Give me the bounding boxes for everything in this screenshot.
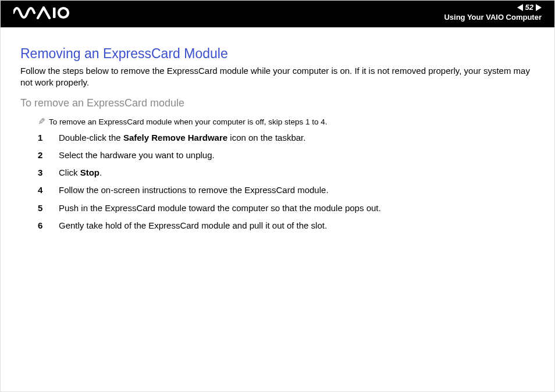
step-text: Gently take hold of the ExpressCard modu… <box>59 220 327 231</box>
section-label: Using Your VAIO Computer <box>444 13 542 22</box>
step-text: Select the hardware you want to unplug. <box>59 149 215 161</box>
page-content: Removing an ExpressCard Module Follow th… <box>1 27 554 247</box>
svg-rect-0 <box>53 8 56 18</box>
next-page-icon[interactable] <box>536 4 542 11</box>
list-item: 6Gently take hold of the ExpressCard mod… <box>20 220 535 231</box>
header-nav: 52 Using Your VAIO Computer <box>444 3 542 22</box>
note-text: To remove an ExpressCard module when you… <box>49 117 327 126</box>
step-number: 5 <box>38 202 59 214</box>
step-number: 4 <box>38 184 59 196</box>
page-title: Removing an ExpressCard Module <box>20 46 535 62</box>
note-block: ✎ To remove an ExpressCard module when y… <box>38 117 535 126</box>
step-number: 3 <box>38 167 59 179</box>
list-item: 3Click Stop. <box>20 167 535 179</box>
step-text: Click Stop. <box>59 167 102 179</box>
step-text: Push in the ExpressCard module toward th… <box>59 202 381 214</box>
procedure-subheading: To remove an ExpressCard module <box>20 97 535 109</box>
list-item: 2Select the hardware you want to unplug. <box>20 149 535 161</box>
step-text: Follow the on-screen instructions to rem… <box>59 184 329 196</box>
svg-point-1 <box>59 8 68 17</box>
intro-paragraph: Follow the steps below to remove the Exp… <box>20 65 535 89</box>
step-number: 2 <box>38 149 59 161</box>
page-header: 52 Using Your VAIO Computer <box>1 1 554 27</box>
step-text: Double-click the Safely Remove Hardware … <box>59 132 305 144</box>
list-item: 1Double-click the Safely Remove Hardware… <box>20 132 535 144</box>
list-item: 5Push in the ExpressCard module toward t… <box>20 202 535 214</box>
page-number: 52 <box>525 3 533 12</box>
step-number: 1 <box>38 132 59 144</box>
steps-list: 1Double-click the Safely Remove Hardware… <box>20 132 535 232</box>
prev-page-icon[interactable] <box>517 4 523 11</box>
list-item: 4Follow the on-screen instructions to re… <box>20 184 535 196</box>
vaio-logo-icon <box>13 6 69 22</box>
step-number: 6 <box>38 220 59 231</box>
note-pencil-icon: ✎ <box>38 117 45 126</box>
